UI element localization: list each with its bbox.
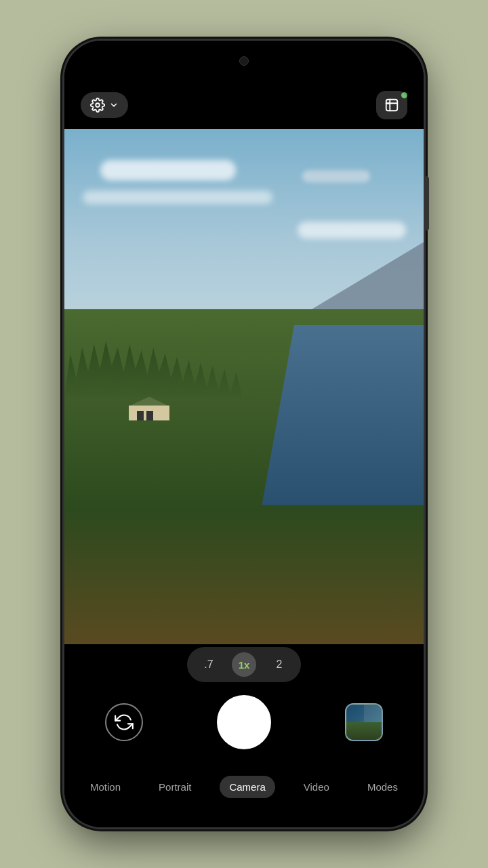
bottom-safe-area — [64, 814, 424, 827]
cloud-4 — [302, 170, 370, 182]
tab-portrait[interactable]: Portrait — [149, 776, 201, 798]
house-door-right — [146, 411, 153, 420]
phone-inner: .7 1x 2 Motion Portrait — [64, 41, 424, 827]
gallery-thumbnail[interactable] — [345, 703, 383, 741]
phone-shell: .7 1x 2 Motion Portrait — [64, 41, 424, 827]
thumb-land — [346, 722, 382, 740]
gear-icon — [90, 98, 105, 113]
zoom-2x[interactable]: 2 — [270, 658, 289, 671]
landscape-scene — [64, 129, 424, 644]
house — [129, 397, 169, 420]
zoom-pill: .7 1x 2 — [187, 647, 301, 682]
shutter-button[interactable] — [217, 695, 271, 749]
house-door-left — [137, 411, 144, 420]
viewfinder[interactable] — [64, 129, 424, 644]
house-body — [129, 406, 169, 420]
house-roof — [129, 397, 169, 406]
gallery-icon — [384, 98, 399, 113]
controls-bar — [64, 81, 424, 129]
tab-video[interactable]: Video — [294, 776, 339, 798]
svg-point-0 — [96, 103, 100, 107]
zoom-1x[interactable]: 1x — [232, 652, 256, 677]
chevron-down-icon — [109, 100, 119, 110]
svg-rect-1 — [386, 100, 398, 111]
top-bar — [64, 41, 424, 81]
flip-camera-button[interactable] — [105, 703, 143, 741]
cloud-2 — [83, 191, 272, 204]
shutter-area — [64, 685, 424, 760]
cloud-1 — [100, 160, 236, 180]
settings-button[interactable] — [81, 92, 128, 118]
tab-modes[interactable]: Modes — [358, 776, 407, 798]
tab-camera[interactable]: Camera — [220, 776, 274, 798]
tab-motion[interactable]: Motion — [81, 776, 130, 798]
zoom-area: .7 1x 2 — [64, 644, 424, 685]
gallery-button[interactable] — [376, 91, 407, 119]
zoom-07[interactable]: .7 — [199, 658, 218, 671]
mode-tabs: Motion Portrait Camera Video Modes — [64, 760, 424, 814]
flip-camera-icon — [115, 713, 134, 732]
front-camera — [239, 56, 249, 66]
cloud-3 — [298, 222, 406, 239]
